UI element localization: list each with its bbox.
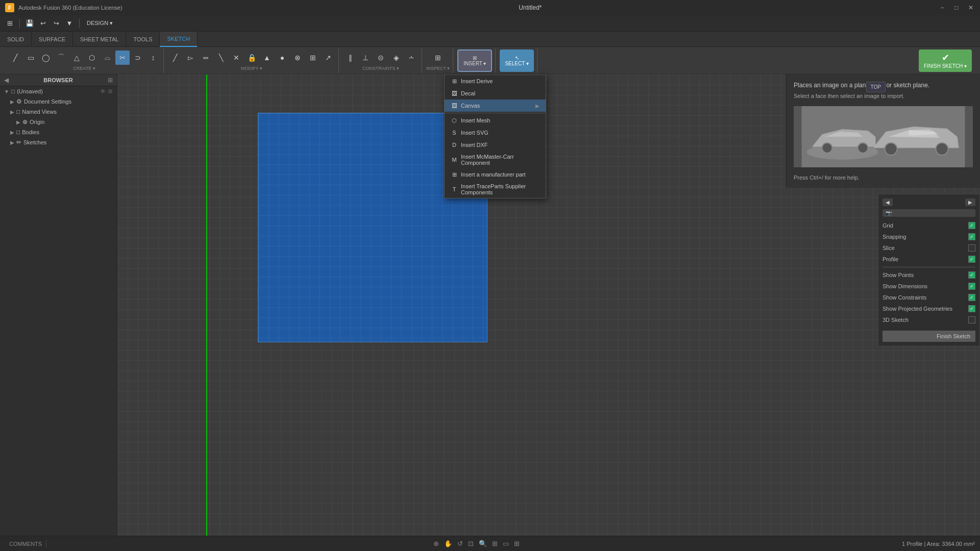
modify-equal[interactable]: ═ bbox=[199, 51, 213, 65]
palette-camera-icon[interactable]: 📷 bbox=[883, 209, 975, 217]
modify-label: MODIFY ▾ bbox=[241, 66, 262, 71]
mirror-tool[interactable]: ↕ bbox=[146, 51, 160, 65]
comments-button[interactable]: COMMENTS bbox=[5, 540, 46, 548]
dropdown-decal[interactable]: 🖼 Decal bbox=[445, 87, 546, 99]
browser-item-unsaved[interactable]: ▼ □ (Unsaved) 👁 ⚙ bbox=[0, 86, 117, 96]
maximize-button[interactable]: □ bbox=[952, 4, 961, 12]
show-points-checkbox[interactable] bbox=[968, 271, 975, 279]
top-view-button[interactable]: TOP bbox=[866, 82, 886, 92]
circle-tool[interactable]: ◯ bbox=[39, 51, 53, 65]
insert-mfr-label: Insert a manufacturer part bbox=[461, 171, 540, 178]
show-dimensions-checkbox[interactable] bbox=[968, 283, 975, 290]
finish-sketch-palette-button[interactable]: Finish Sketch bbox=[883, 331, 975, 342]
doc-settings-icon: ⚙ bbox=[16, 98, 22, 105]
dropdown-insert-derive[interactable]: ⊞ Insert Derive bbox=[445, 75, 546, 87]
inspect-measure[interactable]: ⊞ bbox=[431, 51, 445, 65]
crosshair-icon[interactable]: ⊕ bbox=[433, 540, 439, 547]
profile-count: 1 Profile | Area: 3364.00 mm² bbox=[902, 541, 975, 547]
modify-circle2[interactable]: ● bbox=[275, 51, 289, 65]
slice-checkbox[interactable] bbox=[968, 244, 975, 252]
app-logo: F bbox=[5, 3, 14, 12]
close-button[interactable]: ✕ bbox=[967, 4, 975, 12]
modify-lock[interactable]: 🔒 bbox=[244, 51, 259, 65]
modify-split[interactable]: ⊞ bbox=[306, 51, 320, 65]
line-tool[interactable]: ╱ bbox=[8, 51, 22, 65]
menu-expand-icon[interactable]: ▼ bbox=[64, 18, 75, 29]
modify-extend[interactable]: ↗ bbox=[321, 51, 335, 65]
triangle-tool[interactable]: △ bbox=[69, 51, 84, 65]
fillet-tool[interactable]: ⌓ bbox=[100, 51, 114, 65]
modify-rect1[interactable]: ▻ bbox=[183, 51, 198, 65]
canvas-preview bbox=[794, 106, 973, 167]
eye-icon[interactable]: 👁 bbox=[100, 88, 106, 94]
dropdown-canvas[interactable]: 🖼 Canvas ▶ bbox=[445, 99, 546, 112]
design-menu[interactable]: DESIGN ▾ bbox=[84, 18, 116, 28]
save-button[interactable]: 💾 bbox=[24, 18, 35, 29]
browser-back-icon[interactable]: ◀ bbox=[4, 77, 9, 84]
svg-point-4 bbox=[885, 143, 897, 155]
tab-solid[interactable]: SOLID bbox=[0, 32, 32, 47]
undo-button[interactable]: ↩ bbox=[37, 18, 48, 29]
redo-button[interactable]: ↪ bbox=[51, 18, 62, 29]
insert-button[interactable]: ⊞ INSERT ▾ bbox=[457, 49, 492, 72]
tab-tools[interactable]: TOOLS bbox=[126, 32, 160, 47]
const2[interactable]: ⊥ bbox=[358, 51, 373, 65]
palette-forward-icon[interactable]: ▶ bbox=[965, 198, 975, 206]
rect-tool[interactable]: ▭ bbox=[23, 51, 38, 65]
inspect-tool-row: ⊞ bbox=[431, 51, 445, 65]
apps-icon[interactable]: ⊞ bbox=[4, 18, 15, 29]
browser-item-doc-settings[interactable]: ▶ ⚙ Document Settings bbox=[0, 96, 117, 107]
profile-checkbox[interactable] bbox=[968, 256, 975, 263]
orbit-icon[interactable]: ↺ bbox=[457, 540, 463, 547]
dropdown-insert-mfr[interactable]: ⊞ Insert a manufacturer part bbox=[445, 168, 546, 181]
dropdown-insert-mcmaster[interactable]: M Insert McMaster-Carr Component bbox=[445, 151, 546, 168]
browser-item-named-views[interactable]: ▶ □ Named Views bbox=[0, 107, 117, 117]
offset-tool[interactable]: ⊃ bbox=[131, 51, 145, 65]
modify-triangle2[interactable]: ▲ bbox=[260, 51, 274, 65]
snapping-checkbox[interactable] bbox=[968, 233, 975, 240]
palette-back-icon[interactable]: ◀ bbox=[883, 198, 893, 206]
view-icon[interactable]: ▭ bbox=[503, 540, 509, 547]
const4[interactable]: ◈ bbox=[389, 51, 403, 65]
const1[interactable]: ∥ bbox=[343, 51, 357, 65]
arc-tool[interactable]: ⌒ bbox=[54, 51, 68, 65]
3d-sketch-checkbox[interactable] bbox=[968, 316, 975, 323]
tab-surface[interactable]: SURFACE bbox=[32, 32, 73, 47]
browser-expand-icon[interactable]: ⊞ bbox=[108, 77, 113, 84]
select-button[interactable]: ↖ SELECT ▾ bbox=[500, 49, 534, 72]
polygon-tool[interactable]: ⬡ bbox=[85, 51, 99, 65]
modify-slash1[interactable]: ╲ bbox=[214, 51, 228, 65]
show-projected-label: Show Projected Geometries bbox=[883, 306, 952, 312]
menu-separator bbox=[19, 19, 20, 28]
dropdown-insert-dxf[interactable]: D Insert DXF bbox=[445, 139, 546, 151]
grid-icon[interactable]: ⊞ bbox=[492, 540, 498, 547]
finish-sketch-button[interactable]: ✔ FINISH SKETCH ▾ bbox=[919, 49, 972, 72]
profile-label: Profile bbox=[883, 256, 898, 262]
trim-tool[interactable]: ✂ bbox=[115, 51, 130, 65]
browser-item-sketches[interactable]: ▶ ✏ Sketches bbox=[0, 137, 117, 147]
show-constraints-checkbox[interactable] bbox=[968, 294, 975, 301]
modify-x2[interactable]: ⊗ bbox=[290, 51, 305, 65]
bodies-label: Bodies bbox=[22, 129, 39, 135]
browser-item-origin[interactable]: ▶ ⊕ Origin bbox=[0, 117, 117, 127]
decal-icon: 🖼 bbox=[451, 90, 458, 97]
dropdown-insert-svg[interactable]: S Insert SVG bbox=[445, 127, 546, 139]
pan-icon[interactable]: ✋ bbox=[444, 540, 452, 547]
display-icon[interactable]: ⊞ bbox=[514, 540, 520, 547]
tab-sheet-metal[interactable]: SHEET METAL bbox=[73, 32, 126, 47]
dropdown-insert-traceparts[interactable]: T Insert TraceParts Supplier Components bbox=[445, 181, 546, 198]
const3[interactable]: ⊝ bbox=[374, 51, 388, 65]
minimize-button[interactable]: − bbox=[938, 4, 946, 12]
show-projected-checkbox[interactable] bbox=[968, 305, 975, 312]
zoom-icon[interactable]: 🔍 bbox=[479, 540, 487, 547]
settings-icon[interactable]: ⚙ bbox=[108, 88, 113, 95]
browser-item-bodies[interactable]: ▶ □ Bodies bbox=[0, 127, 117, 137]
modify-cross[interactable]: ✕ bbox=[229, 51, 243, 65]
insert-toolbar-group: ⊞ INSERT ▾ bbox=[454, 48, 496, 73]
zoom-fit-icon[interactable]: ⊡ bbox=[468, 540, 474, 547]
tab-sketch[interactable]: SKETCH bbox=[160, 32, 198, 47]
modify-line1[interactable]: ╱ bbox=[168, 51, 182, 65]
const5[interactable]: ∸ bbox=[404, 51, 419, 65]
dropdown-insert-mesh[interactable]: ⬡ Insert Mesh bbox=[445, 114, 546, 127]
grid-checkbox[interactable] bbox=[968, 222, 975, 229]
